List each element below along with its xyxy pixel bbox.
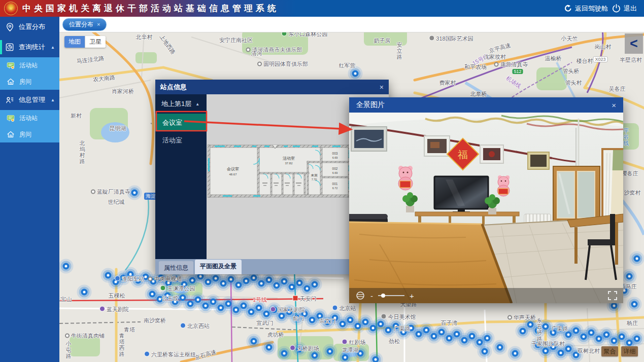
zoom-slider-knob[interactable] xyxy=(381,294,385,298)
map-marker[interactable] xyxy=(218,305,224,311)
map-marker[interactable] xyxy=(180,295,186,301)
map-marker[interactable] xyxy=(370,325,377,332)
room-item-activity-room[interactable]: 活动室 xyxy=(155,131,207,149)
panorama-photo[interactable]: 福 xyxy=(349,113,623,303)
map-marker[interactable] xyxy=(372,356,379,362)
detail-button[interactable]: 详细 xyxy=(621,346,638,356)
map-marker[interactable] xyxy=(527,321,534,328)
map-marker[interactable] xyxy=(195,297,201,303)
map-marker[interactable] xyxy=(251,338,257,345)
map-marker[interactable] xyxy=(228,276,234,283)
map-marker[interactable] xyxy=(565,346,572,352)
room-item-meeting-room[interactable]: 会议室 xyxy=(155,114,207,131)
map-type-map-button[interactable]: 地图 xyxy=(64,36,85,48)
map-marker[interactable] xyxy=(342,354,349,361)
tab-close-icon[interactable]: × xyxy=(97,21,100,27)
map-marker[interactable] xyxy=(611,303,618,309)
map-marker[interactable] xyxy=(81,289,88,296)
map-marker[interactable] xyxy=(309,317,316,323)
map-marker[interactable] xyxy=(220,280,227,287)
map-marker[interactable] xyxy=(281,350,288,357)
map-marker[interactable] xyxy=(611,338,618,344)
sidebar-item-room[interactable]: 房间 xyxy=(0,74,59,90)
back-to-cockpit-button[interactable]: 返回驾驶舱 xyxy=(564,4,608,13)
map-marker[interactable] xyxy=(327,348,333,355)
sidebar-item-room[interactable]: 房间 xyxy=(0,126,59,142)
map-marker[interactable] xyxy=(631,301,638,308)
tab-floorplan-panorama[interactable]: 平面图及全景 xyxy=(195,260,242,274)
map-marker[interactable] xyxy=(416,331,422,338)
map-marker[interactable] xyxy=(251,275,257,281)
map-marker[interactable] xyxy=(243,278,250,284)
zoom-in-button[interactable]: + xyxy=(410,292,414,300)
site-info-close-icon[interactable]: × xyxy=(380,83,384,91)
map-marker[interactable] xyxy=(347,317,354,323)
panel-collapse-button[interactable]: < xyxy=(625,33,643,54)
map-marker[interactable] xyxy=(210,299,217,305)
map-marker[interactable] xyxy=(241,303,247,309)
map-marker[interactable] xyxy=(63,263,70,270)
map-marker[interactable] xyxy=(296,280,303,286)
map-marker[interactable] xyxy=(202,303,209,309)
map-marker[interactable] xyxy=(131,190,138,196)
map-marker[interactable] xyxy=(558,350,564,356)
map-marker[interactable] xyxy=(258,280,265,287)
map-marker[interactable] xyxy=(256,305,262,311)
pano-gyro-icon[interactable] xyxy=(355,291,365,301)
map-marker[interactable] xyxy=(423,327,430,334)
map-marker[interactable] xyxy=(438,329,445,336)
sidebar-item-activity-station[interactable]: 活动站 xyxy=(0,57,59,74)
map-marker[interactable] xyxy=(520,328,526,335)
map-marker[interactable] xyxy=(469,333,476,340)
map-marker[interactable] xyxy=(581,334,587,340)
map-marker[interactable] xyxy=(233,307,240,313)
map-marker[interactable] xyxy=(189,277,196,284)
zoom-out-button[interactable]: - xyxy=(370,292,373,300)
zoom-slider[interactable] xyxy=(378,295,404,296)
map-marker[interactable] xyxy=(385,327,392,334)
tab-attribute-info[interactable]: 属性信息 xyxy=(159,261,193,274)
map-marker[interactable] xyxy=(213,275,219,282)
map-marker[interactable] xyxy=(512,350,519,357)
map-type-satellite-button[interactable]: 卫星 xyxy=(85,36,106,48)
map-marker[interactable] xyxy=(105,272,112,279)
map-marker[interactable] xyxy=(454,331,460,338)
logout-button[interactable]: 退出 xyxy=(612,4,637,13)
map-marker[interactable] xyxy=(626,273,633,280)
map-marker[interactable] xyxy=(484,335,491,342)
map-marker[interactable] xyxy=(573,328,580,334)
map-marker[interactable] xyxy=(431,333,437,340)
map-marker[interactable] xyxy=(619,334,625,340)
map-marker[interactable] xyxy=(149,291,156,298)
map-marker[interactable] xyxy=(235,282,242,288)
sidebar-item-information-management[interactable]: 信息管理 ▲ xyxy=(0,90,59,110)
map-marker[interactable] xyxy=(543,348,549,354)
map-marker[interactable] xyxy=(304,285,311,292)
map-marker[interactable] xyxy=(266,344,273,351)
tab-location-distribution[interactable]: 位置分布 × xyxy=(62,18,107,31)
map-marker[interactable] xyxy=(543,323,549,330)
map-marker[interactable] xyxy=(355,323,361,330)
map-marker[interactable] xyxy=(588,330,595,336)
map-marker[interactable] xyxy=(312,352,318,359)
map-marker[interactable] xyxy=(626,340,633,346)
map-marker[interactable] xyxy=(289,284,295,291)
map-marker[interactable] xyxy=(263,311,270,317)
map-marker[interactable] xyxy=(634,256,640,262)
map-marker[interactable] xyxy=(446,335,453,342)
map-marker[interactable] xyxy=(248,309,255,315)
map-marker[interactable] xyxy=(187,301,194,307)
map-marker[interactable] xyxy=(205,279,212,285)
map-marker[interactable] xyxy=(340,321,346,328)
map-marker[interactable] xyxy=(352,70,359,77)
panorama-close-icon[interactable]: × xyxy=(612,101,616,110)
map-marker[interactable] xyxy=(596,336,602,342)
map-marker[interactable] xyxy=(603,332,610,338)
sidebar-item-location-distribution[interactable]: 位置分布 xyxy=(0,17,59,37)
map-marker[interactable] xyxy=(225,301,232,307)
fullscreen-icon[interactable] xyxy=(608,291,617,300)
sidebar-item-activity-station[interactable]: 活动站 xyxy=(0,110,59,126)
map-marker[interactable] xyxy=(274,282,280,289)
map-marker[interactable] xyxy=(266,277,273,283)
map-marker[interactable] xyxy=(312,281,318,288)
